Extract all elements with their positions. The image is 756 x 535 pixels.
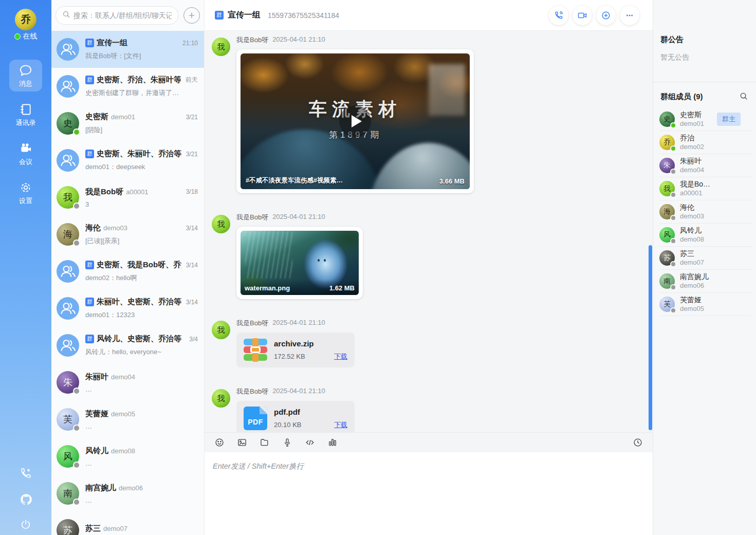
gear-icon <box>19 181 32 194</box>
file-message-card[interactable]: archive.zip 172.52 KB 下载 <box>236 333 355 367</box>
conversation-name: 海伦 <box>85 223 101 233</box>
presence-dot <box>670 169 676 175</box>
primary-nav: 消息 通讯录 会议 设置 <box>0 60 51 216</box>
sender-avatar[interactable]: 我 <box>212 38 230 56</box>
conversation-row[interactable]: 苏 苏三 demo07 <box>51 512 204 535</box>
video-camera-icon <box>19 142 32 155</box>
group-avatar <box>57 38 79 61</box>
member-row[interactable]: 苏 苏三 demo07 <box>659 247 752 270</box>
member-id: demo08 <box>680 235 704 244</box>
file-size: 172.52 KB <box>274 353 305 360</box>
github-icon[interactable] <box>20 493 32 505</box>
conversation-row[interactable]: 风 风铃儿 demo08 … <box>51 438 204 475</box>
power-icon[interactable] <box>20 519 32 531</box>
more-button[interactable] <box>620 6 639 25</box>
member-row[interactable]: 南 南宫婉儿 demo06 <box>659 270 752 293</box>
conversation-preview: 3 <box>85 200 198 208</box>
conversation-row[interactable]: 海 海伦 demo03 3/14 [已读][亲亲] <box>51 216 204 253</box>
emoji-icon[interactable] <box>214 437 225 448</box>
folder-icon[interactable] <box>259 437 270 448</box>
sender-avatar[interactable]: 我 <box>212 389 230 408</box>
member-name: 风铃儿 <box>680 226 704 235</box>
conversation-row[interactable]: 群 史密斯、乔治、朱丽叶等 前天 史密斯创建了群聊，并邀请了… <box>51 68 204 105</box>
presence-dot <box>670 261 676 267</box>
sender-name: 我是Bob呀 <box>236 319 268 328</box>
add-button[interactable] <box>596 6 616 25</box>
member-row[interactable]: 海 海伦 demo03 <box>659 200 752 224</box>
conversation-name: 苏三 <box>85 524 101 533</box>
search-input[interactable] <box>73 11 172 20</box>
member-row[interactable]: 史 史密斯 demo01 群主 <box>659 108 752 131</box>
conversation-time: 3/21 <box>184 114 198 121</box>
announcement-title: 群公告 <box>660 35 749 45</box>
conversation-row[interactable]: 群 风铃儿、史密斯、乔治等 3/4 风铃儿：hello, everyone~ <box>51 327 204 364</box>
download-link[interactable]: 下载 <box>334 420 347 430</box>
member-name: 朱丽叶 <box>680 156 704 165</box>
video-call-button[interactable] <box>573 6 592 25</box>
nav-item-contacts[interactable]: 通讯录 <box>9 99 42 131</box>
voice-call-button[interactable] <box>549 6 568 25</box>
conversation-row[interactable]: 我 我是Bob呀 a00001 3/18 3 <box>51 179 204 216</box>
video-message-card[interactable]: 车流素材 第1897期 #不咸不淡夜景车流伤感#视频素… 3.66 MB <box>236 49 474 193</box>
message-time: 2025-04-01 21:10 <box>272 35 325 45</box>
conversation-time: 3/14 <box>184 262 198 269</box>
presence-dot <box>73 388 80 395</box>
member-row[interactable]: 朱 朱丽叶 demo04 <box>659 154 752 177</box>
group-badge: 群 <box>85 39 94 47</box>
message-video: 我 我是Bob呀 2025-04-01 21:10 车流素材 第1897期 <box>212 33 653 193</box>
message-file: 我 我是Bob呀 2025-04-01 21:10 PDF pdf.pdf <box>212 385 653 432</box>
presence-dot <box>670 122 676 128</box>
chat-scrollbar-thumb[interactable] <box>649 245 652 430</box>
zip-archive-icon <box>244 338 267 362</box>
image-message-card[interactable]: waterman.png 1.62 MB <box>236 227 363 299</box>
sender-avatar[interactable]: 我 <box>212 215 230 233</box>
nav-item-meeting[interactable]: 会议 <box>9 138 42 170</box>
conversation-row[interactable]: 群 朱丽叶、史密斯、乔治等 3/14 demo01：12323 <box>51 290 204 327</box>
code-icon[interactable] <box>304 437 316 448</box>
search-row <box>51 0 204 31</box>
group-avatar <box>57 75 79 98</box>
user-avatar: 朱 <box>57 371 79 394</box>
conversation-time: 前天 <box>183 76 198 84</box>
image-icon[interactable] <box>236 437 248 448</box>
member-row[interactable]: 我 我是Bo… a00001 <box>659 177 752 200</box>
search-box[interactable] <box>56 6 178 25</box>
image-art-shape <box>245 231 292 279</box>
history-clock-icon[interactable] <box>632 437 643 448</box>
member-row[interactable]: 风 风铃儿 demo08 <box>659 224 752 247</box>
member-row[interactable]: 芙 芙蕾娅 demo05 <box>659 293 752 316</box>
add-conversation-button[interactable] <box>183 7 200 24</box>
nav-item-messages[interactable]: 消息 <box>9 60 42 91</box>
conversation-row[interactable]: 芙 芙蕾娅 demo05 … <box>51 401 204 438</box>
presence-dot <box>73 202 80 210</box>
conversation-row[interactable]: 群 史密斯、我是Bob呀、乔治等 3/14 demo02：hello啊 <box>51 253 204 290</box>
file-message-card[interactable]: PDF pdf.pdf 20.10 KB 下载 <box>236 401 355 432</box>
message-input[interactable] <box>205 452 653 535</box>
conversation-row[interactable]: 史 史密斯 demo01 3/21 [阴险] <box>51 105 204 142</box>
message-time: 2025-04-01 21:10 <box>272 213 325 222</box>
conversation-row[interactable]: 南 南宫婉儿 demo06 … <box>51 475 204 512</box>
user-avatar[interactable]: 乔 <box>15 9 36 30</box>
member-search-icon[interactable] <box>739 91 749 102</box>
user-avatar: 风 <box>57 445 79 468</box>
presence-dot <box>670 238 676 244</box>
presence-dot <box>73 425 80 432</box>
play-button-icon[interactable] <box>339 105 371 137</box>
microphone-icon[interactable] <box>282 437 293 448</box>
sender-avatar[interactable]: 我 <box>212 321 230 339</box>
conversation-row[interactable]: 群 宣传一组 21:10 我是Bob呀：[文件] <box>51 31 204 68</box>
presence-dot <box>73 499 80 506</box>
phone-icon[interactable] <box>20 467 32 479</box>
member-id: demo05 <box>680 305 704 313</box>
chat-header: 群 宣传一组 155973675525341184 <box>205 0 653 31</box>
magnifier-icon <box>62 10 70 21</box>
conversation-id: demo07 <box>103 525 127 532</box>
member-row[interactable]: 乔 乔治 demo02 <box>659 131 752 154</box>
online-dot-icon <box>14 33 21 40</box>
conversation-time: 3/18 <box>184 188 198 195</box>
chart-bars-icon[interactable] <box>327 437 338 448</box>
conversation-row[interactable]: 群 史密斯、朱丽叶、乔治等 3/21 demo01：deepseek <box>51 142 204 179</box>
conversation-row[interactable]: 朱 朱丽叶 demo04 … <box>51 364 204 401</box>
download-link[interactable]: 下载 <box>334 352 347 361</box>
nav-item-settings[interactable]: 设置 <box>9 177 42 209</box>
